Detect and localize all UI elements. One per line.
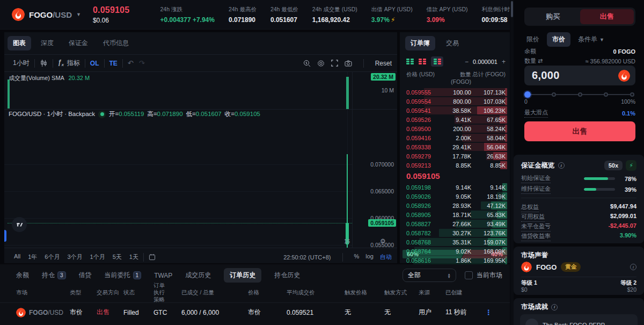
order-type-tab-0[interactable]: 限价 — [521, 32, 545, 47]
timeframe-1年[interactable]: 1年 — [28, 253, 37, 261]
pair-selector[interactable]: FOGO/USD ▼ — [0, 8, 81, 21]
order-type-tab-1[interactable]: 市价 — [547, 32, 570, 47]
orderbook-tab-0[interactable]: 订单簿 — [405, 36, 435, 50]
orderbook-last-price[interactable]: 0.059105 — [400, 170, 510, 183]
ob-price: 0.059213 — [406, 162, 444, 169]
timeframe-5天[interactable]: 5天 — [113, 253, 122, 261]
current-market-toggle[interactable]: 当前市场 — [465, 271, 502, 280]
ask-row[interactable]: 0.059555100.00107.13K — [400, 88, 510, 97]
book-asks-view-icon[interactable] — [419, 58, 427, 65]
quantity-input[interactable]: 6,000 — [524, 66, 635, 85]
market-filter-dropdown[interactable]: 全部▲▼ — [402, 269, 456, 282]
chart-tab-1[interactable]: 深度 — [35, 36, 59, 50]
slider-labels: 0100% — [524, 98, 635, 105]
book-split-view-icon[interactable] — [431, 56, 443, 67]
ask-row[interactable]: 0.059500200.0058.24K — [400, 124, 510, 133]
achievement-item[interactable]: The Best: FOGO-PERP — [520, 314, 638, 325]
buy-tab[interactable]: 购买 — [526, 9, 580, 24]
timeframe-1个月[interactable]: 1个月 — [90, 253, 105, 261]
bottom-tab-7[interactable]: 持仓历史 — [274, 268, 300, 283]
slider-stop-75[interactable] — [604, 92, 608, 97]
topbar-stat: 24h 涨跌+0.004377 +7.94% — [160, 6, 215, 24]
axis-mode-log[interactable]: log — [365, 253, 374, 261]
leverage-badge[interactable]: 50x — [604, 161, 623, 170]
ask-row[interactable]: 0.05927917.78K26.63K — [400, 151, 510, 161]
checkbox[interactable] — [465, 271, 473, 279]
chart-tab-3[interactable]: 代币信息 — [98, 36, 134, 50]
te-button[interactable]: TE — [109, 60, 118, 67]
submit-sell-button[interactable]: 出售 — [524, 121, 635, 141]
camera-icon[interactable] — [345, 60, 352, 67]
info-icon[interactable]: i — [630, 264, 636, 270]
quick-trade-icon[interactable] — [303, 60, 311, 67]
scrollbar-thumb[interactable] — [511, 1, 513, 17]
calendar-icon[interactable] — [149, 254, 156, 261]
chart-tab-2[interactable]: 保证金 — [63, 36, 93, 50]
timeframe-6个月[interactable]: 6个月 — [45, 253, 60, 261]
chart-tab-0[interactable]: 图表 — [8, 36, 31, 50]
info-icon[interactable]: i — [558, 162, 565, 169]
bid-row[interactable]: 0.0591989.14K9.14K — [400, 183, 510, 192]
sell-tab[interactable]: 出售 — [580, 9, 634, 24]
tick-minus-button[interactable]: − — [465, 58, 469, 66]
ask-row[interactable]: 0.0595269.41K67.65K — [400, 115, 510, 124]
slider-stop-50[interactable] — [578, 92, 582, 97]
bottom-tab-4[interactable]: TWAP — [154, 269, 172, 282]
timeframe-All[interactable]: All — [14, 253, 20, 261]
tradingview-logo[interactable] — [12, 217, 27, 232]
bid-row[interactable]: 0.05878230.27K123.76K — [400, 228, 510, 237]
swap-icon[interactable]: ⇄ — [538, 57, 543, 64]
drawing-toolbar-toggle[interactable] — [4, 230, 6, 242]
bid-row[interactable]: 0.0586161.86K169.95K — [400, 256, 510, 265]
orderbook-tab-1[interactable]: 交易 — [441, 36, 464, 50]
col-header-11: 已创建 — [445, 289, 485, 297]
bid-row[interactable]: 0.0587649.02K168.09K — [400, 247, 510, 256]
bottom-tab-6[interactable]: 订单历史 — [224, 268, 261, 283]
order-type-tab-2[interactable]: 条件单▼ — [573, 32, 610, 47]
slider-stop-25[interactable] — [552, 92, 556, 97]
axis-mode-%[interactable]: % — [354, 253, 360, 261]
undo-icon[interactable]: ↶ — [128, 59, 134, 67]
bid-row[interactable]: 0.05892628.93K47.12K — [400, 201, 510, 210]
bid-row[interactable]: 0.05890518.71K65.83K — [400, 210, 510, 219]
bid-row[interactable]: 0.05876835.31K159.07K — [400, 237, 510, 247]
row-menu-icon[interactable]: ⋮ — [485, 308, 496, 316]
margin-stat-value: -$2,445.07 — [608, 222, 636, 232]
bottom-tab-0[interactable]: 余额 — [16, 268, 29, 283]
bid-row[interactable]: 0.05882727.66K93.49K — [400, 219, 510, 228]
axis-settings-gear-icon[interactable]: ⚙ — [380, 237, 386, 245]
slippage-row: 最大滑点 0.1% — [524, 109, 635, 118]
timeframe-1天[interactable]: 1天 — [129, 253, 138, 261]
slider-stop-0[interactable] — [524, 91, 531, 98]
indicators-button[interactable]: 指标 — [67, 59, 80, 68]
lightning-icon[interactable]: ⚡ — [626, 160, 636, 171]
candle-style-icon[interactable] — [40, 59, 48, 67]
tick-plus-button[interactable]: + — [502, 58, 506, 66]
reset-button[interactable]: Reset — [375, 60, 392, 67]
slippage-value[interactable]: 0.1% — [622, 110, 635, 117]
ol-button[interactable]: OL — [90, 60, 99, 67]
bottom-tab-3[interactable]: 当前委托1 — [105, 268, 142, 283]
axis-mode-自动[interactable]: 自动 — [380, 253, 392, 261]
timeframe-3个月[interactable]: 3个月 — [67, 253, 82, 261]
ask-row[interactable]: 0.05933829.41K56.04K — [400, 142, 510, 151]
table-row[interactable]: FOGO/USD市价出售FilledGTC6,000 / 6,000市价0.05… — [0, 303, 510, 322]
info-icon[interactable]: i — [551, 304, 558, 310]
quantity-slider[interactable] — [528, 91, 632, 98]
ask-row[interactable]: 0.0592138.85K8.85K — [400, 161, 510, 170]
slider-stop-100[interactable] — [630, 92, 634, 97]
bid-row[interactable]: 0.0590269.05K18.19K — [400, 192, 510, 201]
settings-gear-icon[interactable] — [317, 60, 325, 67]
fullscreen-icon[interactable] — [331, 60, 338, 67]
redo-icon[interactable]: ↷ — [139, 59, 145, 67]
ask-row[interactable]: 0.0594162.00K58.04K — [400, 133, 510, 142]
interval-button[interactable]: 1小时 — [4, 59, 30, 68]
bottom-tab-1[interactable]: 持仓3 — [42, 268, 66, 283]
bottom-tab-2[interactable]: 借贷 — [79, 268, 92, 283]
bottom-tab-5[interactable]: 成交历史 — [185, 268, 211, 283]
chart-canvas[interactable]: 成交量(Volume) SMA 20.32 M FOGO/USD · 1小时 ·… — [4, 72, 397, 248]
book-bids-view-icon[interactable] — [406, 58, 414, 65]
ask-row[interactable]: 0.059554800.00107.03K — [400, 97, 510, 106]
fx-icon[interactable]: ƒx — [58, 59, 64, 67]
ask-row[interactable]: 0.05954138.58K106.23K — [400, 106, 510, 115]
